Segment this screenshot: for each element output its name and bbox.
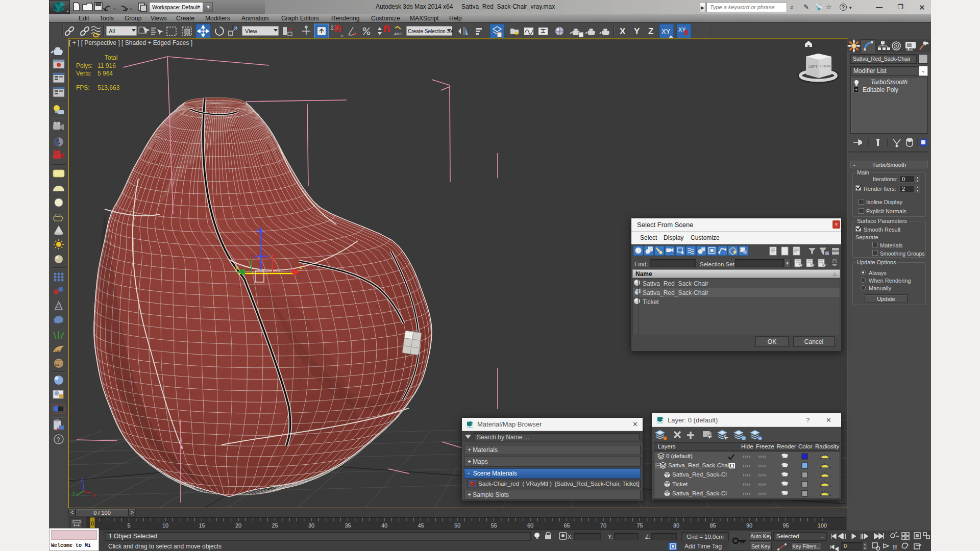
svg-text:75: 75 — [636, 522, 643, 529]
svg-text:30: 30 — [308, 522, 314, 529]
svg-text:Y: Y — [634, 27, 640, 36]
svg-text:Ticket: Ticket — [672, 481, 688, 487]
svg-text:X: X — [620, 27, 626, 36]
svg-text:!!: !! — [893, 543, 897, 551]
svg-text:95: 95 — [782, 522, 789, 529]
svg-text:?: ? — [57, 436, 60, 443]
svg-text:z: z — [81, 477, 83, 483]
svg-text:20: 20 — [235, 522, 241, 529]
svg-text:XY: XY — [662, 28, 671, 35]
svg-text:0x: 0x — [55, 363, 59, 367]
svg-text:45: 45 — [418, 522, 424, 529]
svg-text:Sattva_Red_Sack-Chair: Sattva_Red_Sack-Chair — [668, 462, 731, 468]
svg-text:ABC: ABC — [394, 32, 403, 36]
svg-text:70: 70 — [600, 522, 606, 529]
svg-text:FRONT: FRONT — [820, 64, 834, 68]
svg-text:80: 80 — [673, 522, 679, 529]
svg-text:25: 25 — [272, 522, 278, 529]
svg-text:LEFT: LEFT — [808, 65, 818, 68]
svg-text:35: 35 — [345, 522, 351, 529]
svg-text:Create Selection Se: Create Selection Se — [408, 29, 453, 34]
svg-text:90: 90 — [746, 522, 752, 529]
svg-text:x: x — [299, 264, 302, 271]
svg-text:15: 15 — [199, 522, 205, 529]
svg-text:10: 10 — [162, 522, 168, 529]
svg-text:55: 55 — [491, 522, 497, 529]
svg-text:50: 50 — [454, 522, 460, 529]
svg-text:Sattva_Red_Sack-Cl: Sattva_Red_Sack-Cl — [672, 490, 727, 496]
svg-text:z: z — [256, 227, 259, 233]
svg-text:0 (default): 0 (default) — [666, 453, 693, 459]
svg-text:n: n — [341, 33, 343, 38]
svg-text:y: y — [72, 490, 75, 496]
svg-text:Z: Z — [648, 27, 653, 36]
svg-text:HF: HF — [55, 349, 61, 354]
svg-text:Sattva_Red_Sack-Cl: Sattva_Red_Sack-Cl — [672, 471, 727, 478]
svg-text:5: 5 — [127, 522, 130, 529]
svg-text:All: All — [109, 28, 115, 34]
svg-text:x: x — [93, 492, 96, 498]
svg-text:100: 100 — [818, 522, 827, 529]
svg-text:View: View — [245, 28, 257, 34]
svg-text:60: 60 — [527, 522, 533, 529]
svg-text:y: y — [235, 264, 238, 271]
svg-text:40: 40 — [381, 522, 387, 529]
svg-text:85: 85 — [709, 522, 716, 529]
svg-text:65: 65 — [564, 522, 570, 529]
